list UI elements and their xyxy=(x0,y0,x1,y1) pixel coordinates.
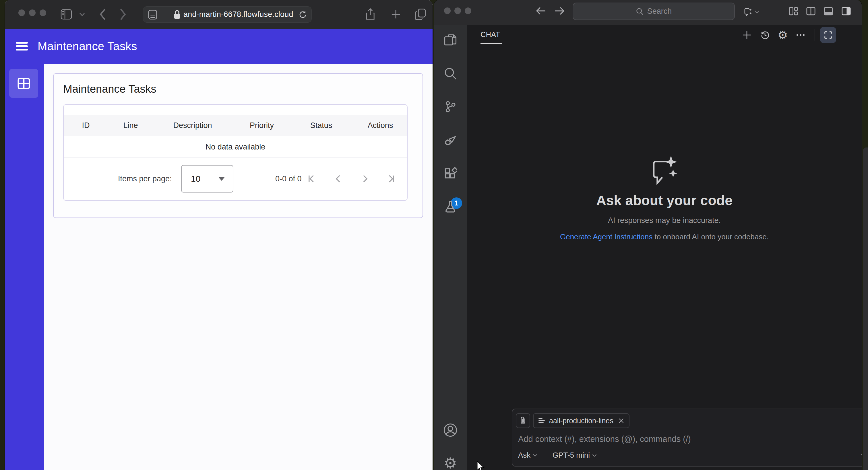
app-header: Maintenance Tasks xyxy=(5,29,433,64)
app-sidebar xyxy=(5,64,44,470)
background-window-sliver xyxy=(863,148,868,470)
card-title: Maintenance Tasks xyxy=(63,83,156,95)
chat-panel: CHAT ⚙ xyxy=(467,25,862,470)
split-editor-icon[interactable] xyxy=(804,4,818,18)
chat-history-icon[interactable] xyxy=(758,28,772,42)
table-header-row: ID Line Description Priority Status Acti… xyxy=(64,115,407,136)
chat-settings-gear-icon[interactable]: ⚙ xyxy=(776,28,789,42)
webapp-page: Maintenance Tasks Maintenance Tasks ID L… xyxy=(5,29,433,470)
column-header-description[interactable]: Description xyxy=(173,115,212,136)
empty-table-message: No data available xyxy=(64,136,407,158)
new-chat-icon[interactable] xyxy=(740,28,754,42)
vscode-titlebar: Search xyxy=(434,0,862,25)
maintenance-tasks-card: Maintenance Tasks ID Line Description Pr… xyxy=(53,73,423,218)
tab-chat[interactable]: CHAT xyxy=(480,30,500,39)
model-label: GPT-5 mini xyxy=(553,451,590,460)
minimize-window-button[interactable] xyxy=(454,7,461,14)
reload-icon[interactable] xyxy=(298,10,307,19)
copilot-chevron-icon xyxy=(755,10,760,13)
paperclip-icon xyxy=(519,416,527,425)
send-button[interactable] xyxy=(861,449,862,460)
context-chip-label: aall-production-lines xyxy=(549,417,613,425)
menu-hamburger-icon[interactable] xyxy=(16,41,28,51)
model-picker[interactable]: GPT-5 mini xyxy=(553,451,597,460)
address-bar[interactable]: and-martin-6678.flowfuse.cloud xyxy=(143,6,312,23)
more-actions-icon[interactable] xyxy=(794,28,807,42)
mode-picker[interactable]: Ask xyxy=(518,451,537,460)
copilot-icon[interactable] xyxy=(743,4,760,20)
sidebar-chevron-icon[interactable] xyxy=(78,10,86,19)
url-text: and-martin-6678.flowfuse.cloud xyxy=(183,10,293,19)
list-icon xyxy=(538,417,545,424)
new-tab-icon[interactable] xyxy=(389,7,403,22)
header-divider xyxy=(815,29,815,41)
sidebar-item-table[interactable] xyxy=(9,69,38,98)
chat-input-box[interactable]: aall-production-lines Add context (#), e… xyxy=(512,409,862,467)
testing-icon[interactable] xyxy=(442,198,458,215)
select-caret-icon xyxy=(218,177,225,181)
back-button[interactable] xyxy=(96,7,110,22)
mouse-cursor xyxy=(474,461,487,470)
zoom-window-button[interactable] xyxy=(40,9,46,16)
settings-gear-icon[interactable]: ⚙ xyxy=(442,455,458,470)
toggle-panel-icon[interactable] xyxy=(822,4,835,18)
remove-context-icon[interactable] xyxy=(618,417,624,424)
context-chip[interactable]: aall-production-lines xyxy=(533,413,629,428)
chevron-down-icon xyxy=(592,454,597,457)
previous-page-button[interactable] xyxy=(331,171,346,186)
items-per-page-label: Items per page: xyxy=(118,175,172,183)
mode-label: Ask xyxy=(518,451,530,460)
chat-tab-underline xyxy=(480,43,502,44)
command-center-search[interactable]: Search xyxy=(572,3,735,20)
zoom-window-button[interactable] xyxy=(465,7,471,14)
chat-empty-title: Ask about your code xyxy=(467,192,862,208)
next-page-button[interactable] xyxy=(358,171,372,186)
search-placeholder: Search xyxy=(647,7,672,16)
safari-window: and-martin-6678.flowfuse.cloud xyxy=(5,0,433,470)
close-window-button[interactable] xyxy=(19,9,25,16)
toggle-secondary-sidebar-icon[interactable] xyxy=(839,4,853,18)
table-grid-icon xyxy=(17,77,30,90)
forward-button[interactable] xyxy=(116,7,129,22)
generate-agent-instructions-link[interactable]: Generate Agent Instructions xyxy=(560,232,652,241)
nav-back-icon[interactable] xyxy=(534,4,548,18)
source-control-icon[interactable] xyxy=(442,99,458,115)
tasks-table: ID Line Description Priority Status Acti… xyxy=(63,104,408,201)
app-title: Maintenance Tasks xyxy=(38,40,137,53)
send-icon xyxy=(861,449,862,460)
safari-toolbar: and-martin-6678.flowfuse.cloud xyxy=(5,0,433,29)
customize-layout-icon[interactable] xyxy=(786,4,800,18)
chat-input-placeholder[interactable]: Add context (#), extensions (@), command… xyxy=(518,434,691,444)
last-page-button[interactable] xyxy=(383,171,398,186)
chat-empty-link-suffix: to onboard AI onto your codebase. xyxy=(652,232,769,241)
items-per-page-value: 10 xyxy=(191,174,200,184)
nav-forward-icon[interactable] xyxy=(552,4,567,18)
items-per-page-select[interactable]: 10 xyxy=(181,165,234,192)
minimize-window-button[interactable] xyxy=(29,9,36,16)
chevron-down-icon xyxy=(533,454,537,457)
run-debug-icon[interactable] xyxy=(442,132,458,148)
close-window-button[interactable] xyxy=(444,7,451,14)
search-icon xyxy=(636,7,644,15)
column-header-priority[interactable]: Priority xyxy=(250,115,274,136)
attach-context-button[interactable] xyxy=(516,413,530,428)
explorer-icon[interactable] xyxy=(442,32,458,48)
maximize-panel-button[interactable] xyxy=(820,27,836,43)
pagination-range: 0-0 of 0 xyxy=(275,175,302,183)
extensions-icon[interactable] xyxy=(442,165,458,181)
share-icon[interactable] xyxy=(363,6,377,22)
copilot-chat-icon xyxy=(646,152,683,189)
search-icon[interactable] xyxy=(442,65,458,82)
chat-empty-subtitle: AI responses may be inaccurate. xyxy=(467,216,862,225)
tab-overview-icon[interactable] xyxy=(413,6,428,22)
column-header-id[interactable]: ID xyxy=(82,115,90,136)
column-header-line[interactable]: Line xyxy=(123,115,138,136)
sidebar-toggle-icon[interactable] xyxy=(59,7,73,21)
column-header-status[interactable]: Status xyxy=(310,115,332,136)
first-page-button[interactable] xyxy=(304,171,319,186)
vscode-window: Search xyxy=(434,0,862,470)
account-icon[interactable] xyxy=(442,422,458,438)
activity-bar: 1 ⚙ xyxy=(434,25,467,470)
page-settings-icon[interactable] xyxy=(148,9,158,20)
column-header-actions[interactable]: Actions xyxy=(368,115,393,136)
